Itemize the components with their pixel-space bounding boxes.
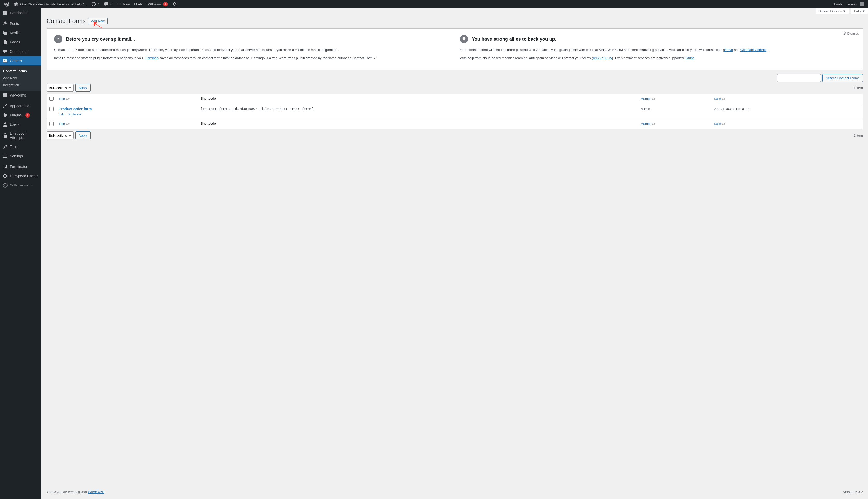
sliders-icon xyxy=(3,154,8,159)
comment-icon xyxy=(3,49,8,54)
screen-options-tab[interactable]: Screen Options▼ xyxy=(816,8,849,14)
brush-icon xyxy=(3,103,8,108)
duplicate-link[interactable]: Duplicate xyxy=(67,112,81,116)
help-tab[interactable]: Help▼ xyxy=(851,8,868,14)
updates[interactable]: 1 xyxy=(89,0,102,8)
menu-dashboard[interactable]: Dashboard xyxy=(0,8,41,17)
comments[interactable]: 0 xyxy=(102,0,114,8)
diamond-icon xyxy=(460,35,468,43)
search-input[interactable] xyxy=(777,74,821,82)
dismiss-icon xyxy=(843,31,846,36)
dashboard-icon xyxy=(3,10,8,15)
avatar-icon xyxy=(860,2,864,6)
new-content[interactable]: New xyxy=(114,0,132,8)
admin-footer: Thank you for creating with WordPress. V… xyxy=(41,485,868,499)
caret-down-icon: ▼ xyxy=(843,9,846,13)
notice-text: With help from cloud-based machine learn… xyxy=(460,56,855,61)
sort-icon: ▴▾ xyxy=(66,122,70,126)
litespeed-icon xyxy=(3,173,8,179)
author-cell: admin xyxy=(638,104,711,119)
comment-icon xyxy=(104,2,109,7)
dismiss-notice[interactable]: Dismiss xyxy=(843,31,859,36)
plus-icon xyxy=(116,2,122,7)
select-all-checkbox[interactable] xyxy=(49,97,53,101)
menu-posts[interactable]: Posts xyxy=(0,19,41,28)
select-all-checkbox-foot[interactable] xyxy=(49,122,53,126)
page-icon xyxy=(3,40,8,45)
submenu-add-new[interactable]: Add New xyxy=(0,74,41,82)
sort-icon: ▴▾ xyxy=(722,122,726,126)
menu-contact[interactable]: Contact xyxy=(0,56,41,65)
add-new-button[interactable]: Add New xyxy=(88,18,108,24)
menu-pages[interactable]: Pages xyxy=(0,38,41,47)
form-icon xyxy=(3,164,8,169)
site-name[interactable]: One Chlebodesk to rule the world of Help… xyxy=(11,0,89,8)
svg-point-3 xyxy=(58,40,59,41)
col-date[interactable]: Date ▴▾ xyxy=(711,94,863,104)
wordpress-link[interactable]: WordPress xyxy=(88,490,104,494)
plugins-badge: 1 xyxy=(25,113,30,118)
wp-logo[interactable] xyxy=(2,0,11,8)
bulk-actions-select-bottom[interactable]: Bulk actions xyxy=(47,132,74,139)
table-row: Product order form Edit | Duplicate [con… xyxy=(47,104,863,119)
collapse-menu[interactable]: Collapse menu xyxy=(0,181,41,190)
notice-title-2: You have strong allies to back you up. xyxy=(472,36,556,42)
col-author[interactable]: Author ▴▾ xyxy=(638,94,711,104)
pin-icon xyxy=(3,21,8,26)
lock-icon xyxy=(3,133,8,138)
apply-button-bottom[interactable]: Apply xyxy=(75,132,90,139)
menu-litespeed[interactable]: LiteSpeed Cache xyxy=(0,171,41,181)
col-author[interactable]: Author ▴▾ xyxy=(638,119,711,129)
apply-button[interactable]: Apply xyxy=(75,84,90,92)
admin-sidebar: Dashboard Posts Media Pages Comments Con… xyxy=(0,8,41,499)
menu-users[interactable]: Users xyxy=(0,120,41,129)
row-checkbox[interactable] xyxy=(49,107,53,111)
home-icon xyxy=(13,2,18,7)
info-notice: Dismiss Before you cry over spilt mail..… xyxy=(47,28,863,70)
sort-icon: ▴▾ xyxy=(652,97,655,101)
date-cell: 2023/11/03 at 11:10 am xyxy=(711,104,863,119)
flamingo-link[interactable]: Flamingo xyxy=(145,56,159,60)
bulk-actions-select[interactable]: Bulk actions xyxy=(47,84,74,92)
wrench-icon xyxy=(3,144,8,149)
submenu-contact-forms[interactable]: Contact Forms xyxy=(0,68,41,74)
admin-bar: One Chlebodesk to rule the world of Help… xyxy=(0,0,868,8)
menu-wpforms[interactable]: WPForms xyxy=(0,90,41,100)
sort-icon: ▴▾ xyxy=(66,97,70,101)
litespeed-bar[interactable] xyxy=(170,0,179,8)
mail-icon xyxy=(3,58,8,63)
llar-link[interactable]: LLAR xyxy=(132,0,144,8)
stripe-link[interactable]: Stripe xyxy=(686,56,695,60)
submenu-integration[interactable]: Integration xyxy=(0,82,41,88)
notice-text: Your contact forms will become more powe… xyxy=(460,47,855,52)
menu-forminator[interactable]: Forminator xyxy=(0,162,41,171)
notice-title-1: Before you cry over spilt mail... xyxy=(66,36,135,42)
menu-settings[interactable]: Settings xyxy=(0,151,41,161)
menu-appearance[interactable]: Appearance xyxy=(0,101,41,110)
col-date[interactable]: Date ▴▾ xyxy=(711,119,863,129)
search-button[interactable]: Search Contact Forms xyxy=(822,74,863,82)
menu-comments[interactable]: Comments xyxy=(0,47,41,56)
my-account[interactable]: Howdy, admin xyxy=(830,0,866,8)
wpforms-icon xyxy=(3,93,8,98)
menu-plugins[interactable]: Plugins1 xyxy=(0,110,41,120)
col-shortcode: Shortcode xyxy=(198,94,638,104)
menu-limit-login[interactable]: Limit Login Attempts xyxy=(0,129,41,142)
plugin-icon xyxy=(3,113,8,118)
col-title[interactable]: Title ▴▾ xyxy=(56,119,198,129)
constant-contact-link[interactable]: Constant Contact xyxy=(741,48,766,52)
media-icon xyxy=(3,30,8,35)
menu-tools[interactable]: Tools xyxy=(0,142,41,151)
sort-icon: ▴▾ xyxy=(652,122,655,126)
wpforms-badge: 1 xyxy=(163,2,168,7)
recaptcha-link[interactable]: reCAPTCHA xyxy=(593,56,612,60)
item-count: 1 item xyxy=(854,86,863,90)
form-title-link[interactable]: Product order form xyxy=(59,107,92,111)
menu-media[interactable]: Media xyxy=(0,28,41,38)
brevo-link[interactable]: Brevo xyxy=(724,48,733,52)
wpforms-link[interactable]: WPForms1 xyxy=(144,0,170,8)
edit-link[interactable]: Edit xyxy=(59,112,64,116)
col-title[interactable]: Title ▴▾ xyxy=(56,94,198,104)
shortcode-text[interactable]: [contact-form-7 id="d301589" title="Prod… xyxy=(200,107,314,111)
refresh-icon xyxy=(91,2,96,7)
